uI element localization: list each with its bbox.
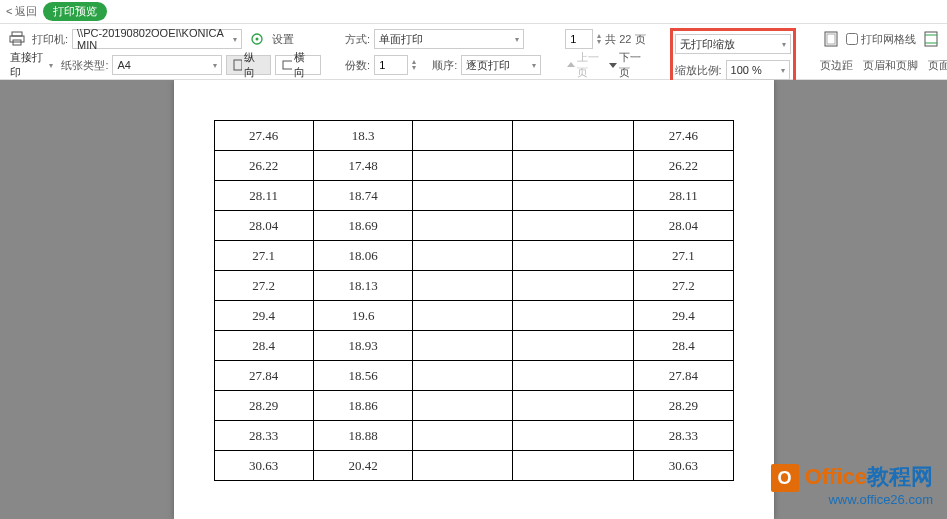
settings-icon[interactable] — [246, 28, 268, 50]
table-row: 27.118.0627.1 — [214, 241, 733, 271]
paper-select[interactable]: A4 — [112, 55, 221, 75]
scale-highlight-box: 无打印缩放 缩放比例: 100 % — [670, 28, 796, 86]
table-cell — [413, 181, 512, 211]
table-cell — [512, 151, 633, 181]
table-cell: 28.11 — [214, 181, 313, 211]
settings-label[interactable]: 设置 — [272, 32, 294, 47]
svg-rect-6 — [283, 61, 293, 69]
table-row: 28.3318.8828.33 — [214, 421, 733, 451]
table-cell: 27.2 — [214, 271, 313, 301]
table-cell: 18.3 — [313, 121, 412, 151]
table-row: 28.1118.7428.11 — [214, 181, 733, 211]
printer-select[interactable]: \\PC-20190802OOEI\KONICA MIN — [72, 29, 242, 49]
svg-rect-1 — [10, 36, 24, 42]
table-cell — [413, 361, 512, 391]
scale-value-select[interactable]: 100 % — [726, 60, 790, 80]
table-cell: 30.63 — [214, 451, 313, 481]
margins-icon[interactable] — [820, 28, 842, 50]
table-cell: 18.93 — [313, 331, 412, 361]
office-logo-icon: O — [771, 464, 799, 492]
back-button[interactable]: < 返回 — [6, 4, 37, 19]
table-cell: 28.33 — [634, 421, 733, 451]
prev-page-button[interactable]: 上一页 — [565, 50, 603, 80]
mode-select[interactable]: 单面打印 — [374, 29, 524, 49]
table-cell — [413, 421, 512, 451]
margins-label[interactable]: 页边距 — [820, 58, 853, 73]
total-pages-label: 共 22 页 — [605, 32, 645, 47]
table-cell: 28.29 — [634, 391, 733, 421]
table-cell: 30.63 — [634, 451, 733, 481]
table-cell — [512, 421, 633, 451]
page-input[interactable] — [565, 29, 593, 49]
table-cell: 18.56 — [313, 361, 412, 391]
table-cell — [512, 271, 633, 301]
copies-input[interactable] — [374, 55, 408, 75]
table-cell — [512, 331, 633, 361]
table-row: 27.8418.5627.84 — [214, 361, 733, 391]
page-setup-label[interactable]: 页面设置 — [928, 58, 947, 73]
scale-mode-select[interactable]: 无打印缩放 — [675, 34, 791, 54]
table-cell: 18.88 — [313, 421, 412, 451]
table-cell — [413, 391, 512, 421]
table-cell: 27.1 — [634, 241, 733, 271]
order-label: 顺序: — [432, 58, 457, 73]
orient-vertical-button[interactable]: 纵向 — [226, 55, 271, 75]
svg-rect-0 — [12, 32, 22, 36]
table-cell — [413, 151, 512, 181]
table-cell: 17.48 — [313, 151, 412, 181]
table-cell: 28.11 — [634, 181, 733, 211]
table-cell — [413, 241, 512, 271]
printer-label: 打印机: — [32, 32, 68, 47]
table-cell: 28.04 — [214, 211, 313, 241]
orient-horizontal-button[interactable]: 横向 — [275, 55, 322, 75]
table-row: 28.418.9328.4 — [214, 331, 733, 361]
arrow-up-icon — [565, 59, 575, 71]
table-cell — [512, 181, 633, 211]
table-cell — [413, 211, 512, 241]
table-cell: 29.4 — [214, 301, 313, 331]
table-cell: 28.29 — [214, 391, 313, 421]
next-page-button[interactable]: 下一页 — [607, 50, 645, 80]
toolbar: 打印机: \\PC-20190802OOEI\KONICA MIN 设置 直接打… — [0, 24, 947, 80]
header-footer-icon[interactable] — [920, 28, 942, 50]
table-cell: 18.86 — [313, 391, 412, 421]
header-footer-label[interactable]: 页眉和页脚 — [863, 58, 918, 73]
order-select[interactable]: 逐页打印 — [461, 55, 541, 75]
direct-print-button[interactable]: 直接打印 — [6, 55, 57, 75]
table-cell: 28.04 — [634, 211, 733, 241]
landscape-icon — [282, 60, 293, 70]
table-cell: 28.4 — [634, 331, 733, 361]
mode-label: 方式: — [345, 32, 370, 47]
table-cell — [512, 451, 633, 481]
table-cell — [512, 121, 633, 151]
spinner-icon[interactable]: ▴▾ — [597, 33, 601, 45]
scale-label: 缩放比例: — [675, 63, 722, 78]
table-cell: 26.22 — [634, 151, 733, 181]
table-cell — [512, 391, 633, 421]
table-cell: 27.46 — [214, 121, 313, 151]
table-cell — [512, 241, 633, 271]
table-cell — [512, 361, 633, 391]
table-row: 28.2918.8628.29 — [214, 391, 733, 421]
table-cell — [413, 271, 512, 301]
arrow-down-icon — [607, 59, 617, 71]
paper-label: 纸张类型: — [61, 58, 108, 73]
table-cell: 18.13 — [313, 271, 412, 301]
table-row: 29.419.629.4 — [214, 301, 733, 331]
portrait-icon — [233, 59, 242, 71]
svg-rect-5 — [234, 60, 242, 70]
svg-rect-9 — [925, 32, 937, 46]
table-row: 27.4618.327.46 — [214, 121, 733, 151]
spinner-icon[interactable]: ▴▾ — [412, 59, 416, 71]
printer-icon[interactable] — [6, 28, 28, 50]
gridlines-checkbox[interactable]: 打印网格线 — [846, 32, 916, 47]
table-cell — [413, 331, 512, 361]
table-cell — [413, 121, 512, 151]
table-row: 26.2217.4826.22 — [214, 151, 733, 181]
table-cell: 18.69 — [313, 211, 412, 241]
table-cell: 26.22 — [214, 151, 313, 181]
topbar: < 返回 打印预览 — [0, 0, 947, 24]
table-cell: 19.6 — [313, 301, 412, 331]
svg-point-4 — [256, 38, 259, 41]
data-table: 27.4618.327.4626.2217.4826.2228.1118.742… — [214, 120, 734, 481]
